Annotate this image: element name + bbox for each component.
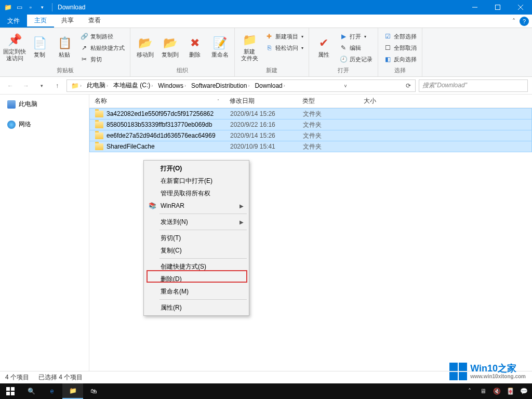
pin-quick-access-button[interactable]: 📌固定到快 速访问 (3, 29, 26, 65)
tray-network-icon[interactable]: 🖥 (479, 387, 487, 395)
breadcrumb[interactable]: 本地磁盘 (C:)› (111, 81, 155, 90)
edge-button[interactable]: e (42, 383, 62, 399)
tray-ime-icon[interactable]: 🀄 (506, 387, 514, 395)
ctx-copy[interactable]: 复制(C) (145, 244, 248, 257)
ctx-rename[interactable]: 重命名(M) (145, 285, 248, 298)
breadcrumb[interactable]: SoftwareDistribution› (189, 82, 251, 89)
network-icon (7, 121, 16, 129)
new-item-button[interactable]: ✚新建项目▾ (263, 31, 305, 42)
breadcrumb[interactable]: 此电脑› (85, 81, 110, 90)
table-row[interactable]: ee6fde27a52d946d1d636576eac649692020/9/1… (89, 130, 532, 141)
help-icon[interactable]: ? (520, 17, 529, 26)
explorer-button[interactable]: 📁 (62, 383, 83, 399)
tray-up-icon[interactable]: ˄ (466, 387, 474, 395)
rename-button[interactable]: 📝重命名 (208, 29, 231, 65)
properties-button[interactable]: ✔属性 (312, 29, 335, 65)
file-tab[interactable]: 文件 (0, 15, 27, 28)
table-row[interactable]: 858050183b53339ffbf313770eb069db2020/9/2… (89, 119, 532, 130)
ctx-winrar[interactable]: 📚WinRAR▶ (145, 200, 248, 212)
move-to-button[interactable]: 📂移动到 (134, 29, 156, 65)
sidebar-item-network[interactable]: 网络 (0, 118, 89, 131)
ctx-delete[interactable]: 删除(D) (145, 273, 248, 285)
ctx-send-to[interactable]: 发送到(N)▶ (145, 216, 248, 228)
newfolder-icon: 📁 (242, 33, 257, 47)
qat-new-icon[interactable]: ▫ (26, 3, 35, 12)
open-button[interactable]: ▶打开▾ (337, 31, 375, 42)
table-row[interactable]: SharedFileCache2020/10/9 15:41文件夹 (89, 141, 532, 152)
ctx-open[interactable]: 打开(O) (145, 162, 248, 175)
watermark: Win10之家www.win10xitong.com (449, 363, 526, 380)
ctx-cut[interactable]: 剪切(T) (145, 232, 248, 244)
copy-path-button[interactable]: 🔗复制路径 (78, 31, 127, 42)
group-select-label: 选择 (381, 65, 419, 75)
start-button[interactable] (0, 383, 21, 399)
sort-asc-icon: ˄ (217, 99, 219, 103)
cut-button[interactable]: ✂剪切 (78, 54, 127, 64)
copyto-icon: 📂 (163, 36, 177, 50)
delete-button[interactable]: ✖删除 (183, 29, 206, 65)
share-tab[interactable]: 共享 (54, 15, 81, 28)
addr-dropdown-icon[interactable]: v (342, 83, 349, 88)
ctx-admin-ownership[interactable]: 管理员取得所有权 (145, 187, 248, 200)
breadcrumb[interactable]: Windows› (156, 82, 188, 89)
nav-back-button[interactable]: ← (4, 79, 17, 92)
column-header-size[interactable]: 大小 (358, 97, 400, 105)
window-title: Download (55, 4, 85, 11)
minimize-button[interactable] (463, 0, 486, 15)
scissors-icon: ✂ (80, 55, 88, 63)
newitem-icon: ✚ (265, 32, 273, 41)
nav-up-button[interactable]: ↑ (51, 79, 63, 92)
history-icon: 🕘 (339, 55, 348, 63)
paste-button[interactable]: 📋粘贴 (53, 29, 76, 65)
easy-access-button[interactable]: ⎘轻松访问▾ (263, 43, 305, 53)
refresh-icon[interactable]: ⟳ (404, 82, 413, 89)
ribbon-collapse-icon[interactable]: ˄ (512, 18, 515, 25)
copy-button[interactable]: 📄复制 (28, 29, 51, 65)
tray-volume-icon[interactable]: 🔇 (493, 387, 501, 395)
moveto-icon: 📂 (138, 36, 152, 50)
address-bar[interactable]: 📁› 此电脑› 本地磁盘 (C:)› Windows› SoftwareDist… (66, 79, 416, 92)
column-header-name[interactable]: 名称˄ (89, 97, 224, 105)
store-button[interactable]: 🛍 (83, 383, 104, 399)
nav-recent-dropdown[interactable]: ▾ (35, 79, 48, 92)
folder-icon: 📁 (71, 82, 79, 89)
svg-rect-0 (496, 5, 500, 10)
paste-shortcut-button[interactable]: ↗粘贴快捷方式 (78, 43, 127, 53)
nav-forward-button[interactable]: → (20, 79, 32, 92)
select-all-button[interactable]: ☑全部选择 (381, 31, 419, 42)
home-tab[interactable]: 主页 (27, 15, 54, 28)
svg-rect-4 (11, 392, 15, 395)
invert-icon: ◧ (383, 55, 392, 63)
new-folder-button[interactable]: 📁新建 文件夹 (238, 29, 261, 65)
path-icon: 🔗 (80, 32, 88, 41)
edit-icon: ✎ (339, 44, 348, 52)
search-button[interactable]: 🔍 (21, 383, 42, 399)
view-tab[interactable]: 查看 (81, 15, 108, 28)
invert-selection-button[interactable]: ◧反向选择 (381, 54, 419, 64)
edit-button[interactable]: ✎编辑 (337, 43, 375, 53)
group-open-label: 打开 (312, 65, 375, 75)
select-none-button[interactable]: ☐全部取消 (381, 43, 419, 53)
close-button[interactable] (509, 0, 532, 15)
column-header-type[interactable]: 类型 (297, 97, 358, 105)
tray-notifications-icon[interactable]: 💬 (520, 387, 528, 395)
qat-dropdown-icon[interactable]: ▾ (37, 3, 47, 12)
ctx-create-shortcut[interactable]: 创建快捷方式(S) (145, 260, 248, 273)
shortcut-icon: ↗ (80, 44, 88, 52)
ctx-open-new-window[interactable]: 在新窗口中打开(E) (145, 175, 248, 187)
group-new-label: 新建 (238, 65, 305, 75)
sidebar-item-this-pc[interactable]: 此电脑 (0, 98, 89, 111)
maximize-button[interactable] (486, 0, 509, 15)
context-menu: 打开(O) 在新窗口中打开(E) 管理员取得所有权 📚WinRAR▶ 发送到(N… (143, 160, 249, 316)
svg-rect-1 (6, 387, 10, 391)
qat-props-icon[interactable]: ▭ (15, 3, 24, 12)
selectnone-icon: ☐ (383, 44, 392, 52)
table-row[interactable]: 3a422082ed1e550f957dc5f9172568622020/9/1… (89, 108, 532, 119)
ctx-properties[interactable]: 属性(R) (145, 301, 248, 314)
breadcrumb[interactable]: Download› (252, 82, 287, 89)
folder-icon (95, 122, 103, 128)
column-header-date[interactable]: 修改日期 (224, 97, 297, 105)
copy-to-button[interactable]: 📂复制到 (158, 29, 181, 65)
history-button[interactable]: 🕘历史记录 (337, 54, 375, 64)
search-input[interactable]: 搜索"Download" (419, 79, 528, 92)
